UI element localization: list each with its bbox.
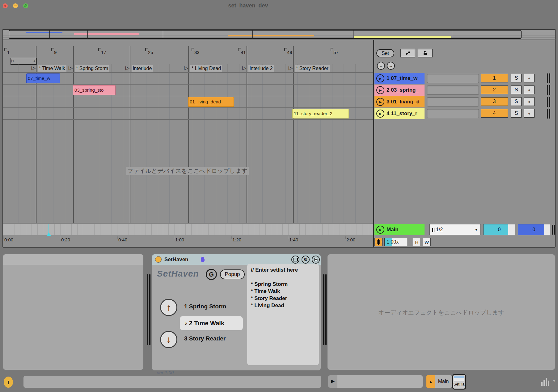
track-header[interactable]: ▶4 11_story_r 4 S ● bbox=[374, 108, 556, 119]
track-input-chooser[interactable]: 2 bbox=[481, 85, 508, 94]
time-label[interactable]: 2:00 bbox=[346, 237, 355, 242]
time-label[interactable]: 0:00 bbox=[4, 237, 13, 242]
device-title-bar[interactable]: SetHaven ↻ bbox=[152, 254, 321, 265]
track-solo-button[interactable]: S bbox=[511, 85, 522, 94]
time-label[interactable]: 1:40 bbox=[289, 237, 298, 242]
track-fader-box[interactable] bbox=[427, 97, 479, 106]
next-marker-button[interactable]: → bbox=[387, 62, 395, 70]
locator-label[interactable]: interlude bbox=[132, 65, 153, 72]
track-name-cell[interactable]: ▶1 07_time_w bbox=[374, 73, 425, 84]
bar-number[interactable]: 25 bbox=[148, 50, 153, 55]
time-label[interactable]: 0:40 bbox=[118, 237, 127, 242]
locator-label[interactable]: * Story Reader bbox=[295, 65, 330, 72]
locator-label[interactable]: interlude 2 bbox=[248, 65, 274, 72]
time-label[interactable]: 0:20 bbox=[61, 237, 70, 242]
track-solo-button[interactable]: S bbox=[511, 74, 522, 82]
open-in-window-button[interactable] bbox=[291, 256, 299, 264]
track-arm-button[interactable]: ● bbox=[524, 97, 535, 106]
bar-number[interactable]: 9 bbox=[54, 50, 57, 55]
loop-start-icon[interactable]: ▷ bbox=[11, 58, 15, 63]
track-solo-button[interactable]: S bbox=[511, 109, 522, 118]
panel-splitter-handle[interactable] bbox=[149, 274, 150, 345]
track-header-divider[interactable] bbox=[373, 40, 374, 247]
preview-field[interactable] bbox=[337, 375, 423, 388]
next-song-label[interactable]: 3 Story Reader bbox=[184, 335, 226, 342]
track-play-icon[interactable]: ▶ bbox=[376, 110, 384, 118]
panel-splitter-handle[interactable] bbox=[325, 274, 327, 345]
arrangement-grid[interactable] bbox=[3, 72, 373, 223]
locator-label[interactable]: * Spring Storm bbox=[75, 65, 109, 72]
track-header[interactable]: ▶1 07_time_w 1 S ● bbox=[374, 73, 556, 84]
track-input-chooser[interactable]: 4 bbox=[481, 109, 508, 118]
locator-label[interactable]: * Time Walk bbox=[38, 65, 66, 72]
audio-clip[interactable]: 03_spring_sto bbox=[73, 85, 116, 95]
prev-marker-button[interactable]: ← bbox=[377, 62, 385, 70]
next-song-button[interactable]: ↓ bbox=[160, 331, 177, 348]
clip-detail-panel[interactable] bbox=[3, 254, 143, 370]
speed-half-button[interactable]: H bbox=[413, 238, 421, 246]
reload-setlist-button[interactable]: G bbox=[206, 269, 217, 280]
time-label[interactable]: 1:20 bbox=[232, 237, 241, 242]
set-locator-button[interactable]: Set bbox=[376, 49, 394, 57]
speed-double-button[interactable]: W bbox=[423, 238, 431, 246]
speed-field[interactable]: 1.00x bbox=[384, 238, 407, 246]
track-fader-box[interactable] bbox=[427, 74, 479, 83]
device-on-toggle[interactable] bbox=[155, 256, 162, 263]
cue-volume-field[interactable]: 0 bbox=[483, 224, 515, 235]
bar-number[interactable]: 1 bbox=[7, 50, 10, 55]
setlist-textarea[interactable]: // Enter setlist here * Spring Storm * T… bbox=[247, 264, 319, 365]
locator-flag-icon[interactable]: ▷ bbox=[69, 65, 73, 72]
warp-button[interactable] bbox=[374, 238, 383, 246]
locator-flag-icon[interactable]: ▷ bbox=[242, 65, 246, 72]
close-window-icon[interactable] bbox=[3, 3, 8, 8]
time-label[interactable]: 1:00 bbox=[175, 237, 184, 242]
minimize-window-icon[interactable] bbox=[13, 3, 18, 8]
track-play-icon[interactable]: ▶ bbox=[376, 86, 384, 94]
bar-number[interactable]: 33 bbox=[194, 50, 200, 55]
audio-clip[interactable]: 01_living_dead bbox=[188, 97, 234, 107]
track-play-icon[interactable]: ▶ bbox=[376, 226, 384, 234]
track-arm-button[interactable]: ● bbox=[524, 109, 535, 118]
prev-song-label[interactable]: 1 Spring Storm bbox=[184, 303, 226, 310]
preview-play-icon[interactable]: ▶ bbox=[331, 378, 335, 384]
refresh-button[interactable]: ↻ bbox=[302, 256, 310, 264]
audio-clip[interactable]: 07_time_w bbox=[26, 73, 60, 83]
output-meter-icon[interactable] bbox=[541, 378, 549, 386]
track-play-icon[interactable]: ▶ bbox=[376, 74, 384, 82]
loop-brace[interactable]: ▷ ◁ bbox=[11, 58, 37, 65]
prev-song-button[interactable]: ↑ bbox=[160, 299, 177, 316]
insert-marker-triangle-icon[interactable] bbox=[47, 232, 51, 236]
track-name-cell[interactable]: ▶2 03_spring_ bbox=[374, 85, 425, 96]
bar-number[interactable]: 49 bbox=[287, 50, 292, 55]
track-name-cell[interactable]: ▶4 11_story_r bbox=[374, 108, 425, 119]
lock-envelopes-button[interactable] bbox=[418, 49, 433, 57]
scrub-area[interactable] bbox=[3, 224, 373, 235]
locator-flag-icon[interactable]: ▷ bbox=[32, 65, 36, 72]
track-input-chooser[interactable]: 3 bbox=[481, 97, 508, 106]
track-input-chooser[interactable]: 1 bbox=[481, 74, 508, 82]
panel-splitter-handle[interactable] bbox=[323, 274, 324, 345]
bar-number[interactable]: 57 bbox=[333, 50, 339, 55]
current-song-row[interactable]: ♪ 2 Time Walk bbox=[180, 316, 243, 330]
track-fader-box[interactable] bbox=[427, 109, 479, 118]
main-volume-field[interactable]: 0 bbox=[518, 224, 550, 235]
locator-flag-icon[interactable]: ▷ bbox=[125, 65, 129, 72]
meter-chevron-icon[interactable]: ▼ bbox=[552, 379, 556, 383]
main-track-header[interactable]: ▶Main 1/2 ▼ 0 0 bbox=[374, 224, 556, 235]
track-header[interactable]: ▶3 01_living_d 3 S ● bbox=[374, 96, 556, 107]
zoom-window-icon[interactable] bbox=[23, 3, 28, 8]
track-arm-button[interactable]: ● bbox=[524, 74, 535, 82]
main-track-name-cell[interactable]: ▶Main bbox=[374, 224, 425, 235]
locator-flag-icon[interactable]: ▷ bbox=[184, 65, 188, 72]
panel-splitter-handle[interactable] bbox=[147, 274, 148, 345]
track-solo-button[interactable]: S bbox=[511, 97, 522, 106]
locator-label[interactable]: * Living Dead bbox=[190, 65, 222, 72]
link-markers-button[interactable] bbox=[400, 49, 415, 57]
main-out-switch[interactable]: ▲ bbox=[426, 375, 435, 388]
locator-flag-icon[interactable]: ▷ bbox=[289, 65, 293, 72]
track-play-icon[interactable]: ▶ bbox=[376, 98, 384, 106]
main-out-label[interactable]: Main bbox=[435, 375, 452, 388]
track-fader-box[interactable] bbox=[427, 85, 479, 95]
bar-number[interactable]: 41 bbox=[241, 50, 246, 55]
track-arm-button[interactable]: ● bbox=[524, 85, 535, 94]
